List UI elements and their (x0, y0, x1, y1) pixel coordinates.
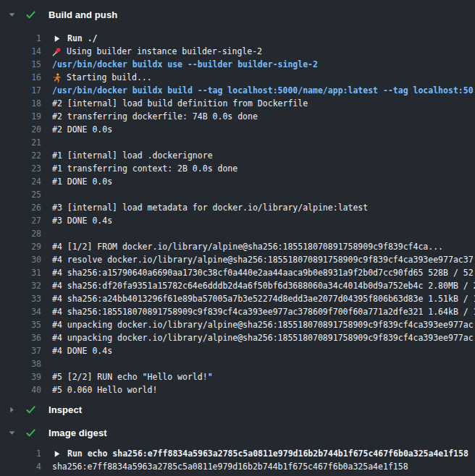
log-line-text: #5 [2/2] RUN echo "Hello world!" (52, 372, 213, 382)
log-line: 40#5 0.060 Hello world! (0, 383, 475, 396)
log-line: 32#4 sha256:df20fa9351a15782c64e6dddb2d4… (0, 279, 475, 292)
log-line-text: sha256:e7ff8834a5963a2785c5a0811e979d16b… (52, 462, 408, 472)
log-line-text: #4 resolve docker.io/library/alpine@sha2… (52, 255, 474, 265)
log-line: 24#1 DONE 0.0s (0, 175, 475, 188)
line-number[interactable]: 27 (0, 216, 41, 226)
line-number[interactable]: 33 (0, 294, 41, 304)
line-number[interactable]: 40 (0, 385, 41, 395)
log-line: 30#4 resolve docker.io/library/alpine@sh… (0, 253, 475, 266)
line-number[interactable]: 15 (0, 59, 41, 69)
log-line-text: #4 DONE 0.4s (52, 346, 112, 356)
log-line: 23#1 transferring context: 2B 0.0s done (0, 162, 475, 175)
log-block-image-digest: 1Run echo sha256:e7ff8834a5963a2785c5a08… (0, 447, 475, 473)
line-number[interactable]: 14 (0, 46, 41, 56)
line-number[interactable]: 21 (0, 137, 41, 148)
log-line: 34#4 sha256:185518070891758909c9f839cf4c… (0, 305, 475, 318)
log-line: 21 (0, 136, 475, 149)
log-line: 4sha256:e7ff8834a5963a2785c5a0811e979d16… (0, 460, 475, 473)
log-line: 37#4 DONE 0.4s (0, 344, 475, 357)
runner-icon (52, 73, 62, 82)
section-header-image-digest[interactable]: Image digest (0, 424, 475, 441)
log-line: 15/usr/bin/docker buildx use --builder b… (0, 58, 475, 71)
log-line: 19#2 transferring dockerfile: 74B 0.0s d… (0, 110, 475, 123)
line-number[interactable]: 24 (0, 177, 41, 187)
line-number[interactable]: 38 (0, 359, 41, 369)
log-line-text: Run ./ (67, 33, 98, 43)
line-number[interactable]: 25 (0, 190, 41, 200)
log-line: 27#3 DONE 0.4s (0, 214, 475, 227)
line-number[interactable]: 35 (0, 320, 41, 330)
log-line: 1Run echo sha256:e7ff8834a5963a2785c5a08… (0, 447, 475, 460)
line-number[interactable]: 28 (0, 229, 41, 239)
log-line-text: Starting build... (67, 72, 152, 82)
line-number[interactable]: 26 (0, 203, 41, 213)
line-number[interactable]: 36 (0, 333, 41, 343)
chevron-right-icon (7, 405, 16, 414)
log-line-text: #4 unpacking docker.io/library/alpine@sh… (52, 333, 474, 343)
log-line-text: Run echo sha256:e7ff8834a5963a2785c5a081… (67, 449, 468, 459)
log-line: 1Run ./ (0, 32, 475, 45)
log-line-text: #4 unpacking docker.io/library/alpine@sh… (52, 320, 474, 330)
line-number[interactable]: 18 (0, 98, 41, 109)
play-icon (52, 449, 62, 459)
line-number[interactable]: 4 (0, 462, 41, 472)
log-line-text: #4 sha256:a24bb4013296f61e89ba57005a7b3e… (52, 294, 475, 304)
log-line-text: #4 sha256:df20fa9351a15782c64e6dddb2d4a6… (52, 281, 475, 291)
log-line-text: #3 DONE 0.4s (52, 216, 112, 226)
log-line-text: #1 DONE 0.0s (52, 177, 112, 187)
log-block-build-and-push: 1Run ./14Using builder instance builder-… (0, 32, 475, 396)
line-number[interactable]: 1 (0, 449, 41, 459)
log-line-text: #3 [internal] load metadata for docker.i… (52, 203, 368, 213)
log-line: 39#5 [2/2] RUN echo "Hello world!" (0, 370, 475, 383)
line-number[interactable]: 17 (0, 85, 41, 95)
log-line-text: #1 [internal] load .dockerignore (52, 150, 213, 161)
line-number[interactable]: 29 (0, 242, 41, 252)
section-title: Image digest (49, 428, 107, 438)
line-number[interactable]: 20 (0, 124, 41, 135)
log-line: 17/usr/bin/docker buildx build --tag loc… (0, 84, 475, 97)
success-check-icon (25, 9, 36, 20)
log-line: 22#1 [internal] load .dockerignore (0, 149, 475, 162)
line-number[interactable]: 19 (0, 111, 41, 122)
play-icon (52, 34, 62, 43)
chevron-down-icon (7, 10, 16, 19)
section-title: Build and push (49, 9, 117, 20)
log-line-text: /usr/bin/docker buildx use --builder bui… (52, 59, 318, 69)
log-line: 29#4 [1/2] FROM docker.io/library/alpine… (0, 240, 475, 253)
line-number[interactable]: 23 (0, 163, 41, 174)
log-line: 31#4 sha256:a15790640a6690aa1730c38cf0a4… (0, 266, 475, 279)
workflow-log: Build and push1Run ./14Using builder ins… (0, 0, 475, 473)
log-line: 28 (0, 227, 475, 240)
line-number[interactable]: 32 (0, 281, 41, 291)
log-line: 26#3 [internal] load metadata for docker… (0, 201, 475, 214)
log-line-text: Using builder instance builder-single-2 (67, 46, 262, 56)
log-line: 25 (0, 188, 475, 201)
log-line-text: #1 transferring context: 2B 0.0s done (52, 163, 238, 174)
line-number[interactable]: 34 (0, 307, 41, 317)
success-check-icon (25, 428, 36, 438)
line-number[interactable]: 1 (0, 33, 41, 43)
log-line-text: #4 sha256:185518070891758909c9f839cf4ca3… (52, 307, 475, 317)
success-check-icon (25, 404, 36, 415)
section-header-inspect[interactable]: Inspect (0, 401, 475, 418)
pushpin-icon (52, 47, 62, 56)
log-line: 20#2 DONE 0.0s (0, 123, 475, 136)
log-line-text: #2 transferring dockerfile: 74B 0.0s don… (52, 111, 258, 122)
log-line: 36#4 unpacking docker.io/library/alpine@… (0, 331, 475, 344)
log-line-text: #5 0.060 Hello world! (52, 385, 157, 395)
log-line-text: #4 [1/2] FROM docker.io/library/alpine@s… (52, 242, 443, 252)
log-line: 16Starting build... (0, 71, 475, 84)
log-line: 14Using builder instance builder-single-… (0, 45, 475, 58)
section-header-build-and-push[interactable]: Build and push (0, 6, 475, 23)
line-number[interactable]: 37 (0, 346, 41, 356)
log-line-text: #2 DONE 0.0s (52, 124, 112, 135)
log-line: 38 (0, 357, 475, 370)
line-number[interactable]: 22 (0, 150, 41, 161)
line-number[interactable]: 16 (0, 72, 41, 82)
line-number[interactable]: 30 (0, 255, 41, 265)
log-line: 35#4 unpacking docker.io/library/alpine@… (0, 318, 475, 331)
line-number[interactable]: 39 (0, 372, 41, 382)
chevron-down-icon (7, 428, 16, 437)
log-line-text: /usr/bin/docker buildx build --tag local… (52, 85, 474, 95)
line-number[interactable]: 31 (0, 268, 41, 278)
